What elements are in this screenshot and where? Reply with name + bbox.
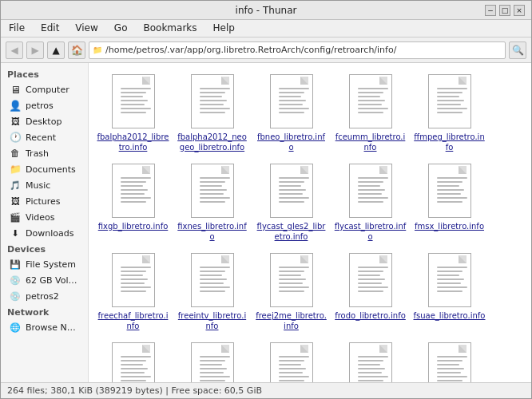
file-item[interactable]: fbalpha2012_neogeo_libretro.info (174, 69, 250, 156)
file-icon-fold (300, 77, 308, 85)
up-button[interactable]: ▲ (47, 41, 65, 59)
file-item[interactable]: flycast_libretro.info (332, 159, 408, 245)
file-icon-lines (121, 356, 151, 381)
menu-item-bookmarks[interactable]: Bookmarks (138, 22, 201, 35)
sidebar-item-petros2[interactable]: petros2 (2, 288, 86, 304)
volume-icon (9, 274, 22, 286)
file-icon-paper (349, 253, 392, 307)
file-item[interactable]: freechaf_libretro.info (95, 248, 171, 334)
file-icon (424, 162, 475, 219)
sidebar: Places Computer petros Desktop Recent Tr… (1, 63, 89, 382)
address-bar[interactable]: 📁 /home/petros/.var/app/org.libretro.Ret… (89, 41, 506, 59)
file-icon-fold (459, 166, 466, 174)
file-item[interactable]: frodo_libretro.info (332, 248, 408, 334)
main-area: Places Computer petros Desktop Recent Tr… (1, 63, 531, 382)
main-window: info - Thunar − □ × FileEditViewGoBookma… (0, 0, 532, 399)
music-icon (9, 179, 22, 192)
sidebar-label: Recent (26, 132, 56, 143)
menu-item-go[interactable]: Go (109, 22, 133, 35)
file-icon-lines (358, 88, 388, 113)
file-icon (187, 251, 238, 309)
file-item[interactable]: fmsx_libretro.info (411, 159, 487, 245)
maximize-button[interactable]: □ (499, 5, 510, 16)
menu-item-file[interactable]: File (4, 22, 30, 35)
file-icon-lines (358, 356, 388, 381)
menu-item-view[interactable]: View (70, 22, 102, 35)
window-controls: − □ × (485, 5, 525, 16)
file-icon-lines (121, 177, 151, 203)
computer-icon (9, 83, 22, 96)
devices-label: Devices (1, 241, 88, 256)
file-item[interactable]: gambatte_libretro.info (332, 338, 408, 382)
file-name: freechaf_libretro.info (97, 310, 169, 331)
sidebar-item-62gb[interactable]: 62 GB Volume (2, 272, 86, 288)
file-icon-fold (221, 255, 229, 263)
file-icon-paper (270, 342, 313, 382)
file-name: fixgb_libretro.info (98, 221, 169, 231)
sidebar-label: Trash (26, 148, 49, 159)
file-item[interactable]: fceumm_libretro.info (332, 69, 408, 156)
sidebar-item-trash[interactable]: Trash (2, 145, 86, 161)
file-item[interactable]: fbalpha2012_libretro.info (95, 69, 171, 156)
sidebar-item-recent[interactable]: Recent (2, 129, 86, 145)
address-icon: 📁 (93, 45, 102, 54)
sidebar-label: petros (26, 101, 54, 111)
menu-item-help[interactable]: Help (208, 22, 240, 35)
file-icon (345, 341, 396, 382)
file-item[interactable]: flycast_gles2_libretro.info (253, 159, 329, 245)
file-item[interactable]: fixnes_libretro.info (174, 159, 250, 245)
file-name: freeintv_libretro.info (176, 310, 248, 331)
menu-item-edit[interactable]: Edit (36, 22, 64, 35)
file-name: fbalpha2012_libretro.info (97, 132, 169, 152)
file-icon-paper (428, 253, 471, 307)
sidebar-label: 62 GB Volume (26, 275, 80, 286)
file-item[interactable]: galaksija_libretro.info (174, 338, 250, 382)
file-icon-paper (270, 164, 313, 218)
file-icon-fold (459, 345, 466, 353)
file-item[interactable]: freeintv_libretro.info (174, 248, 250, 334)
file-item[interactable]: fuse_libretro.info (95, 338, 171, 382)
sidebar-item-petros[interactable]: petros (2, 97, 86, 113)
sidebar-item-computer[interactable]: Computer (2, 81, 86, 97)
sidebar-item-filesystem[interactable]: File System (2, 256, 86, 272)
sidebar-item-pictures[interactable]: Pictures (2, 193, 86, 209)
sidebar-item-desktop[interactable]: Desktop (2, 113, 86, 129)
close-button[interactable]: × (514, 5, 525, 16)
sidebar-label: Computer (26, 85, 69, 95)
back-button[interactable]: ◀ (6, 41, 23, 59)
file-name: fbneo_libretro.info (255, 132, 328, 152)
minimize-button[interactable]: − (485, 5, 496, 16)
file-icon-fold (379, 77, 387, 85)
file-icon-fold (221, 166, 229, 174)
file-icon (108, 162, 159, 219)
sidebar-item-videos[interactable]: Videos (2, 209, 86, 225)
file-item[interactable]: fbneo_libretro.info (253, 69, 329, 156)
file-icon-paper (191, 164, 234, 218)
file-icon (108, 251, 159, 309)
file-icon-lines (279, 356, 309, 381)
file-item[interactable]: gearboy_libretro.info (411, 338, 487, 382)
file-item[interactable]: freej2me_libretro.info (253, 248, 329, 334)
file-area: fbalpha2012_libretro.infofbalpha2012_neo… (89, 63, 531, 382)
file-item[interactable]: fixgb_libretro.info (95, 159, 171, 245)
file-item[interactable]: ffmpeg_libretro.info (411, 69, 487, 156)
window-title: info - Thunar (47, 5, 485, 16)
sidebar-item-documents[interactable]: Documents (2, 161, 86, 177)
file-icon-fold (379, 345, 387, 353)
sidebar-item-browse-network[interactable]: Browse Network (2, 319, 86, 335)
sidebar-item-downloads[interactable]: Downloads (2, 225, 86, 241)
user-icon (9, 99, 22, 112)
volume2-icon (9, 290, 22, 302)
file-item[interactable]: gam4980_libretro.info (253, 338, 329, 382)
file-icon (187, 162, 238, 219)
filesystem-icon (9, 258, 22, 271)
file-item[interactable]: fsuae_libretro.info (411, 248, 487, 334)
recent-icon (9, 131, 22, 144)
search-button[interactable]: 🔍 (509, 41, 526, 59)
home-button[interactable]: 🏠 (68, 41, 85, 59)
sidebar-item-music[interactable]: Music (2, 177, 86, 193)
forward-button[interactable]: ▶ (26, 41, 44, 59)
sidebar-label: Pictures (26, 196, 61, 207)
sidebar-label: petros2 (26, 291, 59, 302)
file-icon (345, 73, 396, 130)
